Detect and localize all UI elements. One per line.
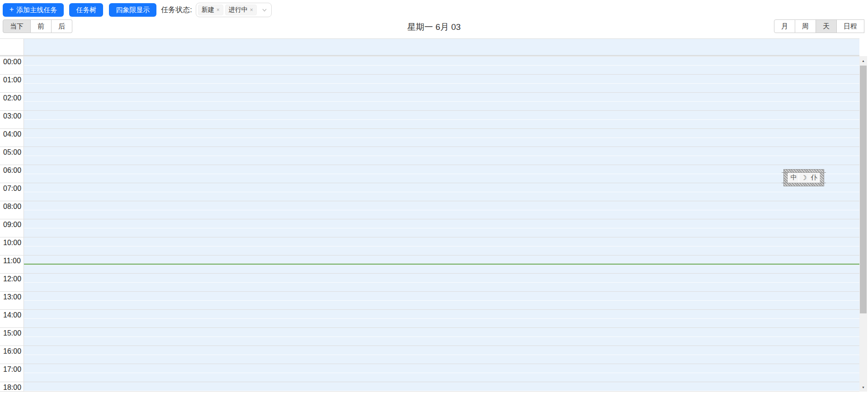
view-switcher: 月 周 天 日程 xyxy=(774,19,864,33)
hour-row: 16:00 xyxy=(0,346,859,364)
time-label: 03:00 xyxy=(0,111,24,128)
day-time-grid: 00:00 01:00 02:00 03:00 04:00 05:00 06:0… xyxy=(0,56,859,392)
time-label: 14:00 xyxy=(0,310,24,327)
ime-status-bar[interactable]: 中 ☽ 仆 xyxy=(783,169,824,186)
time-label: 06:00 xyxy=(0,165,24,183)
all-day-gutter xyxy=(0,39,24,55)
view-button[interactable]: 月 xyxy=(774,19,795,33)
calendar-nav-bar: 当下 前 后 星期一 6月 03 月 周 天 日程 xyxy=(0,19,868,33)
time-label: 10:00 xyxy=(0,237,24,255)
ime-mode-icon[interactable]: 中 xyxy=(789,173,798,182)
time-slot[interactable] xyxy=(24,219,859,237)
time-slot[interactable] xyxy=(24,310,859,327)
time-label: 00:00 xyxy=(0,57,24,74)
status-tag-label: 进行中 xyxy=(229,6,248,14)
all-day-row xyxy=(0,38,859,56)
time-slot[interactable] xyxy=(24,165,859,183)
time-label: 11:00 xyxy=(0,256,24,273)
time-slot[interactable] xyxy=(24,346,859,364)
time-label: 07:00 xyxy=(0,183,24,201)
ime-panel: 中 ☽ 仆 xyxy=(788,172,820,183)
time-slot[interactable] xyxy=(24,93,859,110)
scroll-up-icon[interactable]: ▲ xyxy=(859,57,867,64)
time-slot[interactable] xyxy=(24,364,859,382)
time-slot[interactable] xyxy=(24,129,859,147)
time-slot[interactable] xyxy=(24,75,859,92)
hour-row: 06:00 xyxy=(0,165,859,183)
time-slot[interactable] xyxy=(24,111,859,128)
scroll-down-icon[interactable]: ▼ xyxy=(859,384,867,391)
hour-row: 04:00 xyxy=(0,128,859,147)
hour-row: 02:00 xyxy=(0,92,859,110)
time-label: 17:00 xyxy=(0,364,24,382)
all-day-lane[interactable] xyxy=(24,39,859,55)
hour-row: 12:00 xyxy=(0,273,859,291)
time-label: 12:00 xyxy=(0,274,24,291)
status-tag-label: 新建 xyxy=(202,6,214,14)
time-label: 01:00 xyxy=(0,75,24,92)
time-label: 18:00 xyxy=(0,382,24,392)
hour-row: 14:00 xyxy=(0,309,859,327)
add-main-task-button[interactable]: + 添加主线任务 xyxy=(3,3,64,17)
hour-row: 18:00 xyxy=(0,382,859,392)
hour-row: 07:00 xyxy=(0,183,859,201)
task-status-select[interactable]: 新建 × 进行中 × xyxy=(196,3,272,17)
hour-row: 10:00 xyxy=(0,237,859,255)
time-label: 15:00 xyxy=(0,328,24,346)
time-label: 13:00 xyxy=(0,292,24,309)
time-slot[interactable] xyxy=(24,382,859,392)
quadrant-display-button[interactable]: 四象限显示 xyxy=(109,3,156,17)
status-tag[interactable]: 进行中 × xyxy=(225,5,257,15)
time-slot[interactable] xyxy=(24,183,859,201)
vertical-scrollbar[interactable]: ▲ ▼ xyxy=(859,56,867,392)
time-label: 09:00 xyxy=(0,219,24,237)
time-label: 04:00 xyxy=(0,129,24,147)
time-label: 05:00 xyxy=(0,147,24,165)
current-time-indicator xyxy=(24,264,859,265)
chevron-down-icon xyxy=(262,7,267,13)
plus-icon: + xyxy=(9,6,14,13)
time-slot[interactable] xyxy=(24,237,859,255)
hour-row: 13:00 xyxy=(0,291,859,309)
hour-row: 00:00 xyxy=(0,56,859,74)
hour-row: 05:00 xyxy=(0,147,859,165)
calendar-title: 星期一 6月 03 xyxy=(0,21,868,33)
scrollbar-thumb[interactable] xyxy=(860,66,867,313)
add-main-task-label: 添加主线任务 xyxy=(16,6,57,14)
time-label: 08:00 xyxy=(0,201,24,219)
view-button[interactable]: 天 xyxy=(816,19,837,33)
view-button[interactable]: 日程 xyxy=(837,19,864,33)
top-toolbar: + 添加主线任务 任务树 四象限显示 任务状态: 新建 × 进行中 × xyxy=(3,3,272,17)
hour-row: 15:00 xyxy=(0,327,859,346)
status-tag[interactable]: 新建 × xyxy=(198,5,223,15)
hour-row: 01:00 xyxy=(0,74,859,92)
hour-row: 09:00 xyxy=(0,219,859,237)
view-button[interactable]: 周 xyxy=(795,19,816,33)
time-slot[interactable] xyxy=(24,57,859,74)
time-slot[interactable] xyxy=(24,328,859,346)
hour-row: 17:00 xyxy=(0,364,859,382)
hour-row: 08:00 xyxy=(0,201,859,219)
time-slot[interactable] xyxy=(24,274,859,291)
time-slot[interactable] xyxy=(24,292,859,309)
tag-close-icon[interactable]: × xyxy=(217,7,220,13)
hour-row: 03:00 xyxy=(0,110,859,128)
task-tree-button[interactable]: 任务树 xyxy=(69,3,103,17)
ime-mode-icon[interactable]: 仆 xyxy=(809,173,819,182)
time-slot[interactable] xyxy=(24,147,859,165)
tag-close-icon[interactable]: × xyxy=(250,7,253,13)
time-slot[interactable] xyxy=(24,201,859,219)
time-label: 02:00 xyxy=(0,93,24,110)
task-status-label: 任务状态: xyxy=(161,5,192,15)
time-label: 16:00 xyxy=(0,346,24,364)
ime-mode-icon[interactable]: ☽ xyxy=(799,173,809,182)
